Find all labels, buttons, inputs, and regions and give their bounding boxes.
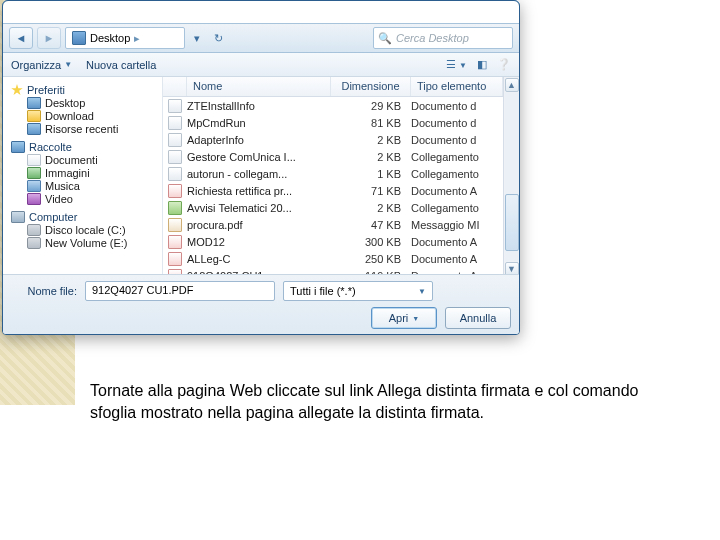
arrow-left-icon: ◄ — [16, 32, 27, 44]
search-placeholder: Cerca Desktop — [396, 32, 469, 44]
file-row[interactable]: MpCmdRun81 KBDocumento d — [163, 114, 503, 131]
file-type: Documento d — [411, 134, 503, 146]
file-size: 250 KB — [331, 253, 411, 265]
tree-item-desktop[interactable]: Desktop — [27, 97, 160, 109]
file-name: Richiesta rettifica pr... — [187, 185, 331, 197]
file-type: Collegamento — [411, 151, 503, 163]
file-row[interactable]: ALLeg-C250 KBDocumento A — [163, 250, 503, 267]
file-size: 71 KB — [331, 185, 411, 197]
breadcrumb[interactable]: Desktop ▸ — [65, 27, 185, 49]
file-row[interactable]: Gestore ComUnica I...2 KBCollegamento — [163, 148, 503, 165]
open-button[interactable]: Apri▼ — [371, 307, 437, 329]
filename-input[interactable]: 912Q4027 CU1.PDF — [85, 281, 275, 301]
file-list: Nome Dimensione Tipo elemento ZTEInstall… — [163, 77, 503, 277]
file-name: MpCmdRun — [187, 117, 331, 129]
recent-icon — [27, 123, 41, 135]
filename-label: Nome file: — [13, 285, 77, 297]
file-row[interactable]: Avvisi Telematici 20...2 KBCollegamento — [163, 199, 503, 216]
scroll-up-button[interactable]: ▲ — [505, 78, 519, 92]
file-row[interactable]: Richiesta rettifica pr...71 KBDocumento … — [163, 182, 503, 199]
file-type: Messaggio MI — [411, 219, 503, 231]
tree-item-video[interactable]: Video — [27, 193, 160, 205]
tree-favorites[interactable]: Preferiti — [11, 84, 160, 96]
bottom-bar: Nome file: 912Q4027 CU1.PDF Tutti i file… — [3, 274, 520, 334]
images-icon — [27, 167, 41, 179]
chevron-down-icon: ▼ — [64, 60, 72, 69]
file-icon — [168, 167, 182, 181]
file-type: Documento A — [411, 253, 503, 265]
instruction-caption: Tornate alla pagina Web cliccate sul lin… — [90, 380, 650, 423]
file-type: Documento A — [411, 236, 503, 248]
desktop-icon — [27, 97, 41, 109]
help-button[interactable]: ❔ — [497, 58, 511, 71]
file-type: Documento d — [411, 100, 503, 112]
file-icon — [168, 150, 182, 164]
file-icon — [168, 133, 182, 147]
file-name: ALLeg-C — [187, 253, 331, 265]
file-row[interactable]: ZTEInstallInfo29 KBDocumento d — [163, 97, 503, 114]
disk-icon — [27, 224, 41, 236]
video-icon — [27, 193, 41, 205]
filetype-filter[interactable]: Tutti i file (*.*) ▼ — [283, 281, 433, 301]
file-name: Avvisi Telematici 20... — [187, 202, 331, 214]
file-row[interactable]: procura.pdf47 KBMessaggio MI — [163, 216, 503, 233]
tree-item-images[interactable]: Immagini — [27, 167, 160, 179]
col-dim[interactable]: Dimensione — [331, 77, 411, 96]
file-name: ZTEInstallInfo — [187, 100, 331, 112]
vertical-scrollbar[interactable]: ▲ ▼ — [503, 77, 519, 277]
tree-computer[interactable]: Computer — [11, 211, 160, 223]
music-icon — [27, 180, 41, 192]
arrow-right-icon: ► — [44, 32, 55, 44]
file-icon — [168, 184, 182, 198]
file-size: 29 KB — [331, 100, 411, 112]
preview-pane-button[interactable]: ◧ — [477, 58, 487, 71]
file-type: Collegamento — [411, 202, 503, 214]
tree-item-music[interactable]: Musica — [27, 180, 160, 192]
desktop-icon — [72, 31, 86, 45]
file-row[interactable]: autorun - collegam...1 KBCollegamento — [163, 165, 503, 182]
file-icon — [168, 252, 182, 266]
scroll-track[interactable] — [505, 93, 519, 261]
search-input[interactable]: 🔍 Cerca Desktop — [373, 27, 513, 49]
scroll-thumb[interactable] — [505, 194, 519, 251]
back-button[interactable]: ◄ — [9, 27, 33, 49]
forward-button[interactable]: ► — [37, 27, 61, 49]
file-type: Collegamento — [411, 168, 503, 180]
file-row[interactable]: AdapterInfo2 KBDocumento d — [163, 131, 503, 148]
column-headers[interactable]: Nome Dimensione Tipo elemento — [163, 77, 503, 97]
chevron-right-icon: ▸ — [134, 32, 140, 45]
nav-tree[interactable]: Preferiti Desktop Download Risorse recen… — [3, 77, 163, 277]
cancel-button[interactable]: Annulla — [445, 307, 511, 329]
file-size: 2 KB — [331, 202, 411, 214]
tree-item-download[interactable]: Download — [27, 110, 160, 122]
new-folder-button[interactable]: Nuova cartella — [86, 59, 156, 71]
tree-item-recent[interactable]: Risorse recenti — [27, 123, 160, 135]
organize-menu[interactable]: Organizza▼ — [11, 59, 72, 71]
file-type: Documento A — [411, 185, 503, 197]
tree-item-disk-c[interactable]: Disco locale (C:) — [27, 224, 160, 236]
file-size: 47 KB — [331, 219, 411, 231]
file-icon — [168, 99, 182, 113]
col-name[interactable]: Nome — [187, 77, 331, 96]
star-icon — [11, 84, 23, 96]
col-tipo[interactable]: Tipo elemento — [411, 77, 503, 96]
content-panes: Preferiti Desktop Download Risorse recen… — [3, 77, 519, 277]
refresh-button[interactable]: ↻ — [209, 32, 227, 45]
tree-libraries[interactable]: Raccolte — [11, 141, 160, 153]
tree-item-documents[interactable]: Documenti — [27, 154, 160, 166]
chevron-down-icon: ▼ — [418, 287, 426, 296]
folder-icon — [27, 110, 41, 122]
file-name: AdapterInfo — [187, 134, 331, 146]
file-row[interactable]: MOD12300 KBDocumento A — [163, 233, 503, 250]
file-size: 1 KB — [331, 168, 411, 180]
breadcrumb-location: Desktop — [90, 32, 130, 44]
tree-item-disk-e[interactable]: New Volume (E:) — [27, 237, 160, 249]
libraries-icon — [11, 141, 25, 153]
file-name: Gestore ComUnica I... — [187, 151, 331, 163]
disk-icon — [27, 237, 41, 249]
search-icon: 🔍 — [378, 32, 392, 45]
view-mode-button[interactable]: ☰ ▼ — [446, 58, 467, 71]
toolbar: Organizza▼ Nuova cartella ☰ ▼ ◧ ❔ — [3, 53, 519, 77]
file-type: Documento d — [411, 117, 503, 129]
breadcrumb-dropdown[interactable]: ▾ — [189, 32, 205, 45]
